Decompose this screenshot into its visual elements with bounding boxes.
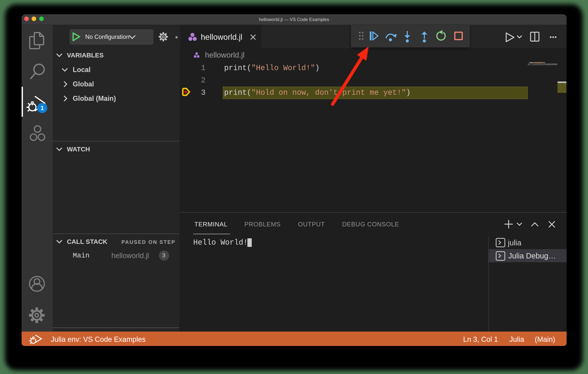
svg-text:1: 1	[41, 105, 44, 111]
